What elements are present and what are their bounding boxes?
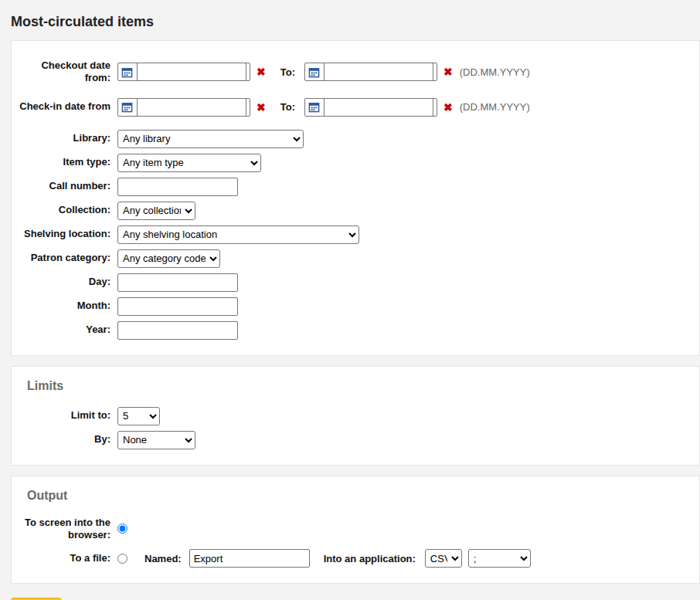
filters-panel: Checkout date from: ✖ To: [11, 40, 700, 356]
to-label: To: [280, 66, 295, 78]
collection-row: Collection: Any collection [19, 202, 692, 220]
to-label: To: [280, 101, 295, 113]
limit-to-label: Limit to: [19, 409, 110, 422]
month-input[interactable] [117, 297, 238, 316]
day-label: Day: [19, 276, 110, 288]
checkin-date-label: Check-in date from [19, 100, 110, 113]
patron-category-row: Patron category: Any category code [19, 249, 692, 268]
library-select[interactable]: Any library [117, 130, 304, 148]
patron-category-select[interactable]: Any category code [117, 249, 220, 268]
clear-checkin-from-icon[interactable]: ✖ [257, 102, 266, 113]
calendar-icon[interactable] [121, 101, 133, 113]
checkin-to-date-input[interactable] [324, 98, 433, 117]
report-page: Most-circulated items Checkout date from… [0, 0, 700, 600]
page-title: Most-circulated items [11, 14, 700, 30]
item-type-row: Item type: Any item type [19, 154, 692, 172]
output-file-radio[interactable] [117, 554, 127, 564]
checkin-date-row: Check-in date from ✖ To: [19, 98, 692, 117]
limits-panel: Limits Limit to: 5 By: None [11, 366, 700, 466]
checkout-from-datebox [117, 63, 250, 81]
limits-heading: Limits [27, 379, 692, 393]
library-row: Library: Any library [19, 130, 692, 148]
call-number-input[interactable] [117, 178, 238, 196]
collection-label: Collection: [19, 204, 110, 216]
day-row: Day: [19, 273, 692, 292]
checkout-date-label: Checkout date from: [19, 59, 110, 85]
year-label: Year: [19, 324, 110, 336]
limit-by-row: By: None [19, 431, 692, 449]
checkout-date-row: Checkout date from: ✖ To: [19, 59, 692, 85]
output-file-label: To a file: [19, 552, 110, 564]
checkin-to-datebox [304, 98, 437, 117]
call-number-row: Call number: [19, 178, 692, 196]
clear-checkout-from-icon[interactable]: ✖ [257, 66, 266, 77]
into-application-label: Into an application: [324, 553, 416, 564]
patron-category-label: Patron category: [19, 252, 110, 264]
checkin-from-datebox [117, 98, 250, 117]
clear-checkin-to-icon[interactable]: ✖ [443, 102, 453, 113]
delimiter-select[interactable]: ; [468, 549, 531, 568]
output-heading: Output [27, 489, 692, 503]
output-screen-row: To screen into the browser: [19, 517, 692, 542]
limit-to-row: Limit to: 5 [19, 407, 692, 425]
file-name-input[interactable] [189, 549, 310, 568]
shelving-location-label: Shelving location: [19, 228, 110, 240]
date-format-hint: (DD.MM.YYYY) [460, 66, 530, 78]
year-row: Year: [19, 321, 692, 340]
collection-select[interactable]: Any collection [117, 202, 195, 220]
month-label: Month: [19, 300, 110, 312]
calendar-icon[interactable] [308, 66, 320, 78]
limit-to-select[interactable]: 5 [117, 407, 160, 425]
file-format-select[interactable]: CSV [425, 549, 462, 568]
output-panel: Output To screen into the browser: To a … [11, 476, 700, 585]
shelving-location-select[interactable]: Any shelving location [117, 225, 359, 244]
by-select[interactable]: None [117, 431, 195, 449]
item-type-select[interactable]: Any item type [117, 154, 261, 172]
calendar-icon[interactable] [121, 66, 133, 78]
limit-by-label: By: [19, 433, 110, 446]
output-screen-label: To screen into the browser: [19, 517, 110, 542]
library-label: Library: [19, 132, 110, 144]
item-type-label: Item type: [19, 156, 110, 168]
checkout-from-date-input[interactable] [137, 63, 246, 81]
output-screen-radio[interactable] [117, 524, 127, 534]
output-file-row: To a file: Named: Into an application: C… [19, 549, 692, 568]
call-number-label: Call number: [19, 180, 110, 192]
checkout-to-datebox [304, 63, 437, 81]
checkin-from-date-input[interactable] [137, 98, 246, 117]
calendar-icon[interactable] [308, 101, 320, 113]
year-input[interactable] [117, 321, 238, 340]
clear-checkout-to-icon[interactable]: ✖ [443, 66, 453, 77]
date-format-hint: (DD.MM.YYYY) [460, 101, 530, 113]
file-named-label: Named: [144, 553, 182, 564]
shelving-location-row: Shelving location: Any shelving location [19, 225, 692, 244]
checkout-to-date-input[interactable] [324, 63, 433, 81]
day-input[interactable] [117, 273, 238, 292]
month-row: Month: [19, 297, 692, 316]
